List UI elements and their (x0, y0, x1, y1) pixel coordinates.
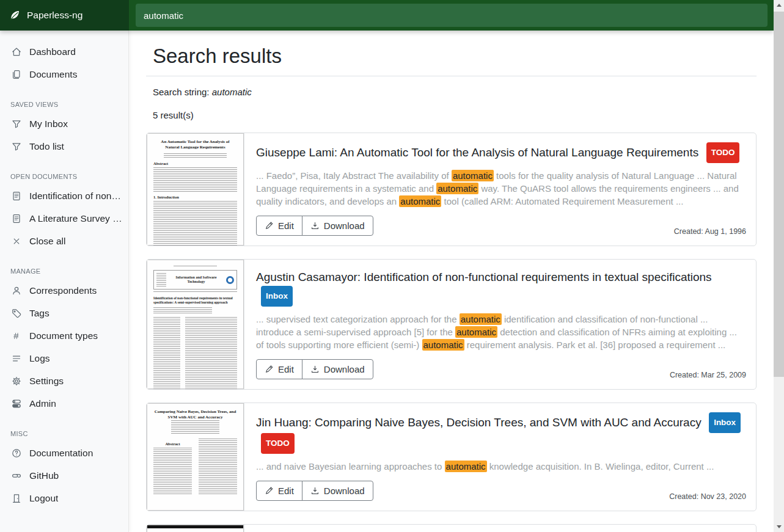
pencil-icon (265, 486, 274, 495)
thumbnail-text-lines (153, 291, 237, 293)
scroll-up-button[interactable] (774, 0, 784, 10)
search-snippet: ... supervised text categorization appro… (256, 313, 746, 351)
app-title: Paperless-ng (27, 10, 82, 21)
edit-button-label: Edit (278, 220, 294, 231)
sidebar-item-label: Dashboard (29, 46, 76, 57)
thumbnail-page (147, 525, 244, 532)
scroll-down-button[interactable] (774, 522, 784, 532)
gear-icon (11, 376, 21, 386)
funnel-icon (11, 141, 21, 151)
sidebar-section-manage: MANAGE (10, 268, 118, 275)
thumbnail-logo-circle (226, 276, 234, 284)
search-result-card: Information and Software TechnologyIdent… (146, 259, 757, 390)
global-search-input[interactable] (136, 4, 768, 27)
thumbnail-section-heading: Abstract (153, 161, 237, 166)
app-brand[interactable]: Paperless-ng (0, 0, 129, 31)
created-date: Created: Nov 23, 2020 (669, 492, 746, 501)
thumbnail-text-lines (199, 439, 237, 495)
download-button-label: Download (324, 220, 365, 231)
sidebar-item-dashboard[interactable]: Dashboard (0, 40, 128, 63)
tag-badge-inbox[interactable]: Inbox (261, 286, 293, 307)
link-icon (11, 470, 21, 481)
window-scrollbar[interactable] (774, 0, 784, 532)
edit-button-label: Edit (278, 486, 294, 496)
files-icon (11, 69, 21, 79)
file-text-icon (11, 213, 21, 224)
main-content: Search results Search string: automatic … (129, 31, 774, 532)
thumbnail-journal-header: Information and Software Technology (153, 270, 237, 290)
document-thumbnail[interactable]: An Automatic Tool for the Analysis of Na… (147, 133, 244, 246)
edit-button-label: Edit (278, 364, 294, 374)
sidebar-item-document-types[interactable]: #Document types (0, 324, 128, 347)
sidebar-item-label: Identification of non-fu... (29, 191, 122, 202)
download-icon (310, 365, 320, 374)
document-thumbnail[interactable]: Comparing Naive Bayes, Decision Trees, a… (147, 403, 244, 511)
edit-button[interactable]: Edit (256, 359, 302, 379)
sidebar-item-label: Close all (29, 236, 65, 247)
search-string-line: Search string: automatic (153, 87, 757, 97)
sidebar-item-todo-list[interactable]: Todo list (0, 135, 128, 158)
search-term-highlight: automatic (445, 461, 487, 472)
sidebar-item-label: Document types (29, 330, 98, 341)
sidebar-item-a-literature-survey-on[interactable]: A Literature Survey on ... (0, 207, 128, 230)
thumbnail-text-lines (153, 201, 237, 246)
document-thumbnail[interactable] (147, 525, 244, 532)
search-snippet: ... Faedo”, Pisa, Italy Abstract The ava… (256, 169, 746, 208)
sidebar-section-saved-views: SAVED VIEWS (10, 101, 118, 108)
document-thumbnail[interactable]: Information and Software TechnologyIdent… (147, 260, 244, 389)
sidebar-section-open-documents: OPEN DOCUMENTS (10, 173, 118, 180)
search-term-highlight: automatic (455, 326, 497, 338)
house-icon (11, 46, 21, 57)
sidebar-item-admin[interactable]: Admin (0, 392, 128, 415)
thumbnail-page: Comparing Naive Bayes, Decision Trees, a… (147, 403, 244, 511)
download-button[interactable]: Download (302, 359, 373, 379)
sidebar-item-documentation[interactable]: Documentation (0, 442, 128, 464)
search-result-card: Edit Download (146, 524, 757, 532)
created-date: Created: Aug 1, 1996 (674, 227, 746, 236)
sidebar-item-logout[interactable]: Logout (0, 487, 128, 509)
sidebar-item-documents[interactable]: Documents (0, 63, 128, 86)
thumbnail-page: Information and Software TechnologyIdent… (147, 260, 244, 389)
sidebar-item-settings[interactable]: Settings (0, 370, 128, 392)
document-title-link[interactable]: Jin Huang: Comparing Naive Bayes, Decisi… (256, 416, 702, 429)
funnel-icon (11, 118, 21, 129)
thumbnail-text-lines (153, 167, 237, 192)
tag-icon (11, 308, 21, 318)
tag-badge-inbox[interactable]: Inbox (709, 412, 741, 433)
card-actions: Edit Download (256, 216, 373, 236)
sidebar-item-my-inbox[interactable]: My Inbox (0, 112, 128, 135)
sidebar-item-label: Admin (29, 398, 56, 409)
sidebar-item-label: Documents (29, 69, 77, 80)
sidebar-item-tags[interactable]: Tags (0, 302, 128, 324)
person-icon (11, 285, 21, 296)
sidebar-item-identification-of-non-fu[interactable]: Identification of non-fu... (0, 184, 128, 207)
document-title-link[interactable]: Giuseppe Lami: An Automatic Tool for the… (256, 146, 698, 159)
sidebar-item-github[interactable]: GitHub (0, 464, 128, 487)
sidebar-item-label: Tags (29, 308, 49, 319)
download-button[interactable]: Download (302, 216, 373, 236)
toggles-icon (11, 398, 21, 409)
tag-badge-todo[interactable]: TODO (261, 433, 295, 454)
sidebar: DashboardDocumentsSAVED VIEWSMy InboxTod… (0, 31, 129, 532)
thumbnail-text-lines (153, 448, 192, 495)
download-button-label: Download (324, 486, 365, 496)
sidebar-item-correspondents[interactable]: Correspondents (0, 279, 128, 302)
thumbnail-left-column: Abstract (153, 439, 192, 495)
thumbnail-black-header (147, 525, 243, 528)
download-button[interactable]: Download (302, 481, 373, 501)
document-title-link[interactable]: Agustin Casamayor: Identification of non… (256, 271, 712, 283)
sidebar-item-logs[interactable]: Logs (0, 347, 128, 370)
tag-badge-todo[interactable]: TODO (706, 142, 740, 163)
thumbnail-text-lines (185, 317, 237, 389)
scrollbar-thumb[interactable] (774, 12, 784, 377)
heading-divider (146, 76, 757, 76)
leaf-icon (9, 9, 21, 21)
edit-button[interactable]: Edit (256, 481, 302, 501)
question-circle-icon (11, 448, 21, 458)
edit-button[interactable]: Edit (256, 216, 302, 236)
sidebar-item-label: Documentation (29, 448, 93, 459)
sidebar-section-misc: MISC (10, 430, 118, 437)
search-result-card: An Automatic Tool for the Analysis of Na… (146, 133, 757, 246)
sidebar-item-close-all[interactable]: Close all (0, 230, 128, 252)
thumbnail-columns: Abstract (153, 439, 237, 495)
